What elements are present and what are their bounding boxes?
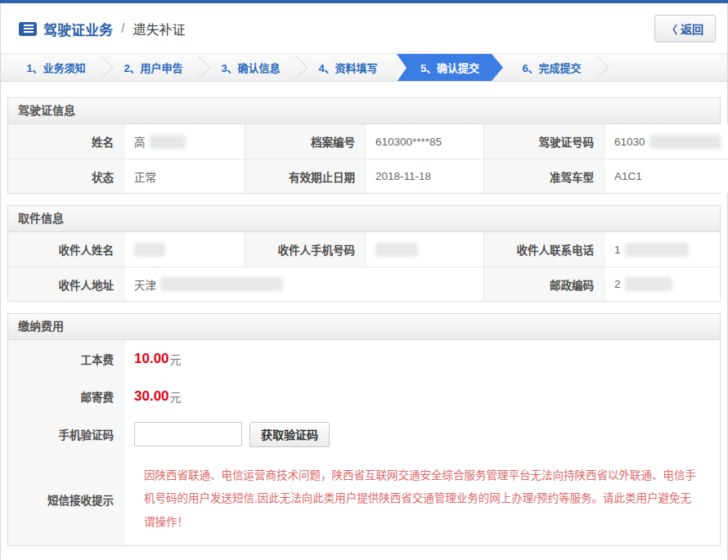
field-value-license-number: 61030 xyxy=(604,124,728,159)
field-label: 收件人地址 xyxy=(8,267,124,301)
redacted-value xyxy=(649,135,721,149)
step-label: 5、确认提交 xyxy=(420,60,479,75)
step-2-user-declaration[interactable]: 2、用户申告 xyxy=(105,54,202,81)
section-license-info: 驾驶证信息 姓名 高 档案编号 610300****85 驾驶证号码 61030… xyxy=(7,97,721,194)
step-label: 4、资料填写 xyxy=(318,60,377,75)
captcha-input[interactable] xyxy=(134,422,242,446)
field-label: 邮寄费 xyxy=(8,378,124,415)
field-value-file-number: 610300****85 xyxy=(366,124,484,159)
redacted-value xyxy=(625,243,689,257)
section-title: 缴纳费用 xyxy=(8,314,720,340)
chevron-right-icon xyxy=(585,56,609,80)
field-value-text: 1 xyxy=(614,244,621,256)
field-value-text: A1C1 xyxy=(614,170,642,182)
field-label: 工本费 xyxy=(8,340,124,378)
sms-notice-cell: 因陕西省联通、电信运营商技术问题，陕西省互联网交通安全综合服务管理平台无法向持陕… xyxy=(124,453,720,545)
field-label: 有效期止日期 xyxy=(245,159,366,193)
step-5-confirm-submit[interactable]: 5、确认提交 xyxy=(397,54,503,81)
step-3-confirm-info[interactable]: 3、确认信息 xyxy=(202,54,299,81)
field-value-text: 610300****85 xyxy=(375,136,442,148)
redacted-value xyxy=(375,243,418,257)
step-4-fill-data[interactable]: 4、资料填写 xyxy=(299,54,397,81)
field-value-recipient-mobile xyxy=(366,232,484,267)
step-wizard: 1、业务须知 2、用户申告 3、确认信息 4、资料填写 5、确认提交 6、完成提… xyxy=(1,54,727,82)
field-value-name: 高 xyxy=(124,124,245,159)
field-value-text: 2018-11-18 xyxy=(375,170,431,182)
field-value-status: 正常 xyxy=(124,159,245,193)
field-value-recipient-name xyxy=(124,232,245,267)
page: 驾驶证业务 / 遗失补证 〈 返回 1、业务须知 2、用户申告 3、确认信息 4… xyxy=(0,3,728,560)
breadcrumb: 驾驶证业务 / 遗失补证 xyxy=(19,19,185,39)
mail-fee-amount: 30.00 xyxy=(134,388,169,405)
field-value-recipient-address: 天津 xyxy=(124,267,484,301)
step-6-finish-submit[interactable]: 6、完成提交 xyxy=(503,54,600,81)
section-pickup-info: 取件信息 收件人姓名 收件人手机号码 收件人联系电话 1 收件人地址 天津 xyxy=(7,205,721,302)
captcha-field-wrap: 获取验证码 xyxy=(124,415,720,453)
field-label: 准驾车型 xyxy=(484,159,604,193)
mail-fee-value: 30.00 元 xyxy=(124,378,720,415)
field-label: 驾驶证号码 xyxy=(484,124,604,159)
step-label: 1、业务须知 xyxy=(26,60,85,75)
field-label: 档案编号 xyxy=(245,124,366,159)
license-table: 姓名 高 档案编号 610300****85 驾驶证号码 61030 状态 正常 xyxy=(8,124,720,193)
pickup-table: 收件人姓名 收件人手机号码 收件人联系电话 1 收件人地址 天津 xyxy=(8,232,720,301)
field-label: 收件人手机号码 xyxy=(245,232,366,267)
step-1-business-notice[interactable]: 1、业务须知 xyxy=(7,54,105,81)
field-label: 手机验证码 xyxy=(8,415,124,453)
section-title: 取件信息 xyxy=(8,206,720,232)
field-value-text: 正常 xyxy=(134,168,156,185)
section-fees: 缴纳费用 工本费 10.00 元 邮寄费 30.00 元 手机验证码 xyxy=(7,313,721,546)
sms-notice-row: 短信接收提示 因陕西省联通、电信运营商技术问题，陕西省互联网交通安全综合服务管理… xyxy=(8,453,720,545)
field-value-vehicle-class: A1C1 xyxy=(604,159,728,193)
field-label: 收件人姓名 xyxy=(8,232,124,267)
field-label: 邮政编码 xyxy=(484,267,604,301)
redacted-value xyxy=(625,277,672,291)
back-button-label: 返回 xyxy=(681,20,703,37)
field-value-text: 2 xyxy=(614,278,621,290)
mail-fee-row: 邮寄费 30.00 元 xyxy=(8,378,720,415)
back-button[interactable]: 〈 返回 xyxy=(654,15,716,43)
field-value-expiry-date: 2018-11-18 xyxy=(366,159,484,193)
field-value-postal-code: 2 xyxy=(604,267,720,301)
work-fee-row: 工本费 10.00 元 xyxy=(8,340,720,378)
field-label: 状态 xyxy=(8,159,124,193)
redacted-value xyxy=(160,277,283,291)
list-icon xyxy=(19,22,37,36)
currency-unit: 元 xyxy=(170,388,182,405)
content: 驾驶证信息 姓名 高 档案编号 610300****85 驾驶证号码 61030… xyxy=(1,82,727,560)
field-label: 收件人联系电话 xyxy=(484,232,604,267)
sms-notice-text: 因陕西省联通、电信运营商技术问题，陕西省互联网交通安全综合服务管理平台无法向持陕… xyxy=(134,458,712,540)
field-value-recipient-phone: 1 xyxy=(604,232,720,267)
currency-unit: 元 xyxy=(170,351,182,367)
redacted-value xyxy=(150,135,186,149)
captcha-row: 手机验证码 获取验证码 xyxy=(8,415,720,453)
field-value-text: 高 xyxy=(134,133,146,150)
back-arrow-icon: 〈 xyxy=(667,21,677,37)
step-label: 3、确认信息 xyxy=(221,60,280,75)
work-fee-amount: 10.00 xyxy=(134,351,169,367)
field-label: 姓名 xyxy=(8,124,124,159)
get-captcha-button[interactable]: 获取验证码 xyxy=(249,422,330,447)
header: 驾驶证业务 / 遗失补证 〈 返回 xyxy=(1,3,727,54)
page-subtitle: 遗失补证 xyxy=(133,19,185,38)
field-value-text: 61030 xyxy=(614,136,645,148)
step-label: 2、用户申告 xyxy=(124,60,182,75)
page-title: 驾驶证业务 xyxy=(43,19,113,39)
field-value-text: 天津 xyxy=(134,276,156,293)
breadcrumb-separator: / xyxy=(121,21,124,36)
redacted-value xyxy=(134,243,165,257)
step-label: 6、完成提交 xyxy=(522,60,581,75)
work-fee-value: 10.00 元 xyxy=(124,340,720,378)
field-label: 短信接收提示 xyxy=(8,453,124,545)
section-title: 驾驶证信息 xyxy=(8,98,720,124)
